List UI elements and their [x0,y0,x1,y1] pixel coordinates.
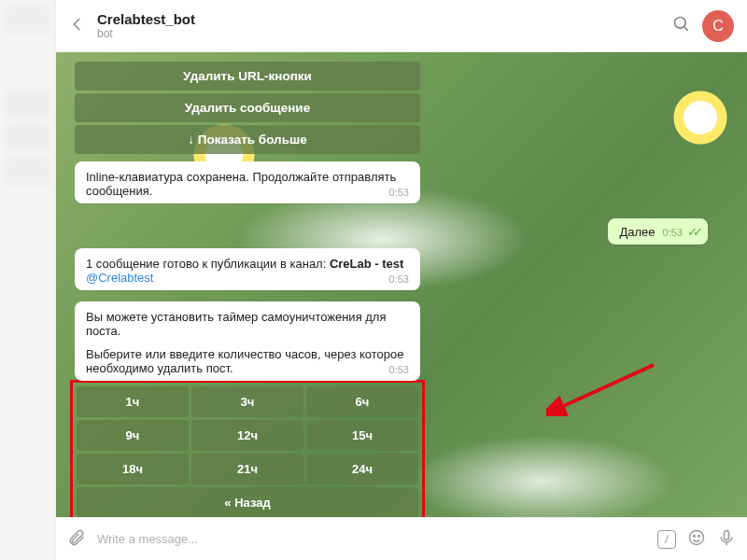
message-text: Inline-клавиатура сохранена. Продолжайте… [86,170,396,198]
chat-area: Удалить URL-кнопки Удалить сообщение ↓ П… [56,52,747,517]
hours-keyboard: 1ч 3ч 6ч 9ч 12ч 15ч 18ч 21ч 24ч « Назад [75,385,420,517]
message-line2: Выберите или введите количество часов, ч… [86,347,403,375]
kb-button-delete-url[interactable]: Удалить URL-кнопки [75,62,420,91]
chat-subtitle: bot [97,27,661,40]
kb-hour-21[interactable]: 21ч [191,454,303,484]
channel-link[interactable]: @Crelabtest [86,271,153,285]
chat-title: Crelabtest_bot [97,11,661,27]
kb-hour-3[interactable]: 3ч [191,386,303,417]
bot-message-keyboard-saved: Inline-клавиатура сохранена. Продолжайте… [75,161,420,203]
kb-hour-1[interactable]: 1ч [77,386,189,417]
kb-hour-12[interactable]: 12ч [191,420,303,451]
sidebar-blur [0,0,56,560]
kb-hour-9[interactable]: 9ч [77,420,189,451]
attach-icon[interactable] [67,528,86,551]
svg-point-0 [675,17,686,28]
svg-point-5 [698,535,700,537]
svg-point-3 [690,530,704,544]
message-line1: Вы можете установить таймер самоуничтоже… [86,310,387,338]
back-icon[interactable] [69,16,86,36]
channel-name: CreLab - test [330,257,403,271]
svg-line-2 [557,365,654,409]
emoji-icon[interactable] [687,528,706,551]
kb-hour-6[interactable]: 6ч [306,386,418,417]
format-icon[interactable]: / [657,530,676,549]
svg-point-4 [694,535,696,537]
kb-button-delete-msg[interactable]: Удалить сообщение [75,93,420,122]
composer: / [56,517,747,560]
message-time: 0:53 [389,273,409,285]
avatar-letter: C [712,18,724,35]
kb-button-show-more[interactable]: ↓ Показать больше [75,125,420,154]
svg-rect-6 [725,530,729,539]
chat-title-block[interactable]: Crelabtest_bot bot [97,11,661,40]
message-time: 0:53 [663,227,683,238]
message-time: 0:53 [389,364,409,375]
chat-window: Crelabtest_bot bot C Удалить URL-кнопки … [56,0,747,560]
message-text-prefix: 1 сообщение готово к публикации в канал: [86,257,330,271]
message-input[interactable] [97,532,646,546]
kb-back[interactable]: « Назад [77,487,418,517]
bot-message-ready: 1 сообщение готово к публикации в канал:… [75,248,420,290]
kb-hour-18[interactable]: 18ч [77,454,189,484]
read-check-icon: ✓✓ [687,225,698,239]
chat-header: Crelabtest_bot bot C [56,0,747,52]
user-message-next: Далее 0:53 ✓✓ [608,218,708,245]
kb-hour-15[interactable]: 15ч [306,420,418,451]
bot-message-timer: Вы можете установить таймер самоуничтоже… [75,301,420,381]
avatar[interactable]: C [702,10,734,42]
annotation-arrow [546,360,658,416]
message-time: 0:53 [389,187,409,198]
search-icon[interactable] [672,15,691,37]
message-text: Далее [619,225,655,239]
mic-icon[interactable] [717,528,736,551]
kb-hour-24[interactable]: 24ч [306,454,418,484]
svg-line-1 [684,26,688,30]
